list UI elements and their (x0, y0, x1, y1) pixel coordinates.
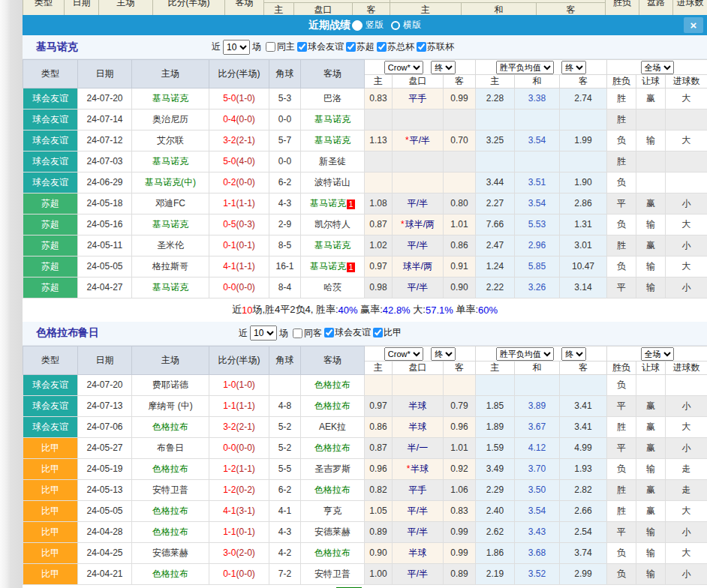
handicap-result: 赢 (636, 88, 666, 109)
match-count-select[interactable]: 10 (223, 40, 250, 55)
match-date: 24-05-19 (78, 458, 132, 479)
crow-home-odds: 0.90 (365, 542, 393, 563)
away-team[interactable]: 基马诺克1 (301, 193, 365, 214)
summary-part: 10 (242, 304, 252, 316)
final-euro-select[interactable]: 终 (561, 61, 586, 74)
away-team[interactable]: 安德莱赫 (301, 521, 365, 542)
away-team[interactable]: 色格拉布 (301, 395, 365, 416)
home-team[interactable]: 色格拉布 (132, 521, 209, 542)
league-badge: 比甲 (23, 542, 78, 563)
away-team[interactable]: 基马诺克 (301, 130, 365, 151)
away-team[interactable]: 基马诺克 (301, 109, 365, 130)
home-team[interactable]: 布鲁日 (132, 437, 209, 458)
away-team[interactable]: 巴洛 (301, 88, 365, 109)
bg-sub-euro-away: 客 (537, 3, 606, 16)
half-score: (4-0) (236, 156, 255, 166)
euro-home-odds: 1.89 (476, 416, 515, 437)
handicap-result: 输 (636, 277, 666, 298)
match-date: 24-07-20 (78, 374, 132, 395)
home-team[interactable]: 色格拉布 (132, 416, 209, 437)
crow-away-odds: 0.79 (444, 395, 476, 416)
league-badge: 球会友谊 (23, 172, 78, 193)
avg-odds-select[interactable]: 胜平负均值 (496, 61, 554, 74)
home-team[interactable]: 摩纳哥 (中) (132, 395, 209, 416)
crow-company-select[interactable]: Crow* (384, 61, 423, 74)
away-team[interactable]: 色格拉布 (301, 542, 365, 563)
league-checkbox[interactable] (377, 42, 387, 52)
full-score: 5-0 (223, 156, 236, 166)
home-team[interactable]: 奥治尼历 (132, 109, 209, 130)
home-team[interactable]: 基马诺克 (132, 277, 209, 298)
home-team[interactable]: 格拉斯哥 (132, 256, 209, 277)
league-checkbox[interactable] (417, 42, 426, 52)
handicap-line: *平/半 (393, 130, 444, 151)
same-venue-checkbox[interactable] (293, 328, 302, 338)
away-team[interactable]: AEK拉 (301, 416, 365, 437)
league-checkbox[interactable] (346, 42, 356, 52)
home-team[interactable]: 安德莱赫 (132, 542, 209, 563)
away-team[interactable]: 色格拉布 (301, 374, 365, 395)
full-score: 3-2 (223, 135, 236, 146)
away-team[interactable]: 色格拉布 (301, 437, 365, 458)
away-team[interactable]: 基马诺克 (301, 235, 365, 256)
away-team[interactable]: 圣吉罗斯 (301, 458, 365, 479)
home-team[interactable]: 色格拉布 (132, 458, 209, 479)
goals-result: 走 (666, 458, 707, 479)
full-half-score: 0-1(0-1) (209, 235, 269, 256)
summary-part: 大: (411, 303, 426, 316)
home-team[interactable]: 安特卫普 (132, 479, 209, 500)
final-odds-select[interactable]: 终 (431, 347, 456, 361)
home-team[interactable]: 艾尔联 (132, 130, 209, 151)
league-checkbox[interactable] (373, 328, 383, 338)
home-team[interactable]: 费耶诺德 (132, 374, 209, 395)
bg-sub-euro-draw: 和 (462, 3, 537, 16)
home-team[interactable]: 圣米伦 (132, 235, 209, 256)
vertical-radio-selected[interactable] (352, 20, 363, 31)
home-team[interactable]: 基马诺克 (132, 214, 209, 235)
corner-score: 0-0 (269, 109, 301, 130)
euro-away-odds (560, 109, 607, 130)
crow-company-select[interactable]: Crow* (384, 347, 423, 361)
avg-odds-select[interactable]: 胜平负均值 (496, 347, 554, 361)
final-euro-select[interactable]: 终 (561, 347, 586, 361)
away-team[interactable]: 新圣徒 (301, 151, 365, 172)
handicap-line: 平手 (393, 88, 444, 109)
final-odds-select[interactable]: 终 (431, 61, 456, 74)
euro-home-odds (476, 151, 515, 172)
euro-away-odds: 1.99 (560, 130, 607, 151)
match-row: 球会友谊24-07-06色格拉布3-2(2-1)5-2AEK拉0.86半球0.9… (23, 416, 707, 437)
league-checkbox[interactable] (297, 42, 307, 52)
euro-away-odds: 3.74 (560, 542, 607, 563)
popup-titlebar: 近期战绩 竖版 横版 × (23, 15, 707, 35)
full-half-score: 3-0(2-0) (209, 542, 269, 563)
goals-result: 大 (666, 416, 707, 437)
home-team[interactable]: 基马诺克 (132, 88, 209, 109)
same-venue-checkbox[interactable] (266, 42, 275, 52)
home-team[interactable]: 基马诺克 (132, 151, 209, 172)
horizontal-radio[interactable] (391, 21, 400, 30)
goals-result: 小 (666, 521, 707, 542)
league-label: 苏超 (357, 40, 375, 53)
away-team[interactable]: 基马诺克1 (301, 256, 365, 277)
scope-select[interactable]: 全场 (641, 61, 674, 74)
home-team[interactable]: 色格拉布 (132, 563, 209, 584)
full-half-score: 1-1(0-1) (209, 521, 269, 542)
league-checkbox[interactable] (324, 328, 334, 338)
euro-draw-odds: 3.70 (515, 458, 560, 479)
home-team[interactable]: 色格拉布 (132, 500, 209, 521)
scope-select[interactable]: 全场 (641, 347, 674, 361)
bg-col-result: 胜负 (606, 0, 639, 15)
away-team[interactable]: 波特诺山 (301, 172, 365, 193)
home-team[interactable]: 邓迪FC (132, 193, 209, 214)
away-team[interactable]: 亨克 (301, 500, 365, 521)
home-team[interactable]: 基马诺克(中) (132, 172, 209, 193)
full-half-score: 4-1(3-1) (209, 500, 269, 521)
sub-handicap: 盘口 (393, 361, 444, 374)
away-team[interactable]: 安特卫普 (301, 563, 365, 584)
away-team[interactable]: 凯尔特人 (301, 214, 365, 235)
away-team[interactable]: 哈茨 (301, 277, 365, 298)
league-filter: 苏超 (344, 40, 375, 53)
away-team[interactable]: 色格拉布 (301, 479, 365, 500)
match-count-select[interactable]: 10 (250, 326, 277, 340)
close-icon[interactable]: × (684, 17, 703, 33)
